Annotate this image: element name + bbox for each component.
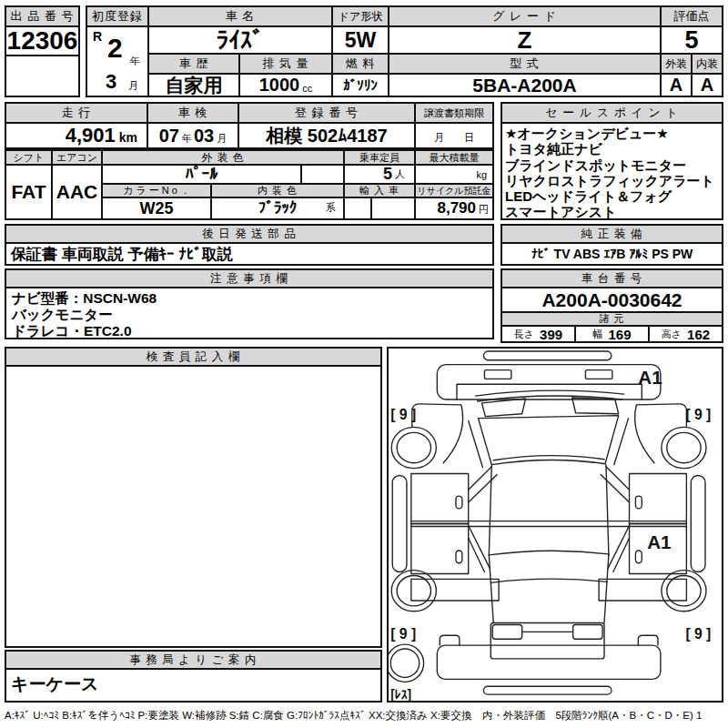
spec-height-value: 162 [687,327,710,342]
year-unit: 年 [130,55,140,68]
front-bumper [437,365,661,399]
exterior-grade-label: 外装 [665,56,687,72]
inspection-month: 03 [194,126,214,147]
door-handle-rear-left [456,551,462,563]
history-value: 自家用 [147,73,240,97]
chassis-number-text: A200A-0030642 [541,289,682,311]
car-name-value: ﾗｲｽﾞ [147,25,333,55]
inspection-month-unit: 月 [217,132,227,147]
displacement-header: 排 気 量 [238,53,333,75]
wheel-front-right-inner [667,432,701,462]
door-handle-rear-right [635,551,642,563]
cowl-line-1 [476,390,624,396]
interior-color-value: ﾌﾞﾗｯｸ 系 [210,197,345,220]
first-registration-label: 初度登録 [92,8,143,25]
rear-bumper [437,645,661,679]
grade-text: Z [518,26,532,55]
displacement-value: 1000cc [238,73,333,97]
sales-point-item: ★オークションデビュー★ [505,126,669,141]
ship-later-text: 保証書 車両取説 予備ｷｰ ﾅﾋﾞ取説 [11,244,233,265]
interior-grade-text: A [701,75,713,96]
year-value: 2 [107,33,123,64]
model-code-value: 5BA-A200A [388,73,662,97]
model-code-label: 型 式 [510,56,540,72]
inspector-notes-header: 検 査 員 記 入 欄 [5,347,382,367]
specs-label: 諸 元 [599,312,624,326]
hatch-side-right [604,554,609,623]
chassis-number-header: 車 台 番 号 [500,268,723,288]
score-value: 5 [660,25,723,55]
door-handle-front-left [456,496,462,509]
ship-later-label: 後 日 発 送 部 品 [202,227,296,242]
spec-width-value: 169 [608,327,631,342]
rear-bumper-tab-right [638,635,658,645]
history-label: 車 歴 [179,56,209,72]
inspection-header: 車 検 [147,102,239,124]
sales-points-list: ★オークションデビュー★ トヨタ純正ナビ ブラインドスポットモニター リヤクロス… [500,122,723,220]
band-front-right-1 [606,467,630,490]
aircon-value: AAC [51,164,103,220]
grade-label: グ レ ー ド [492,8,557,25]
model-code-header: 型 式 [388,53,662,75]
note-line: ナビ型番：NSCN-W68 [12,290,157,307]
exterior-grade-text: A [670,75,682,96]
mileage-label: 走 行 [62,105,92,121]
first-registration-month: 3 月 [87,70,147,96]
front-door-right [630,474,687,524]
tire-depth-rear-right: [ 9 ] [685,626,711,642]
lot-number-text: 12306 [7,26,78,56]
first-registration-year: R 2 年 [87,27,147,70]
model-code-text: 5BA-A200A [472,75,576,96]
factory-equipment-text: ﾅﾋﾞ TV ABS ｴｱB ｱﾙﾐ PS PW [531,247,693,261]
band-front-right-2 [601,474,629,501]
transfer-deadline-value: 月 日 [414,122,494,149]
sales-points-label: セ ー ル ス ポ イ ン ト [545,105,678,121]
registration-number-header: 登 録 番 号 [238,102,416,124]
side-sill-right [691,475,705,571]
office-info-text: キーケース [11,672,98,696]
band-front-left-2 [469,474,497,501]
tire-depth-rear-left: [ 9 ] [390,626,416,642]
inspection-year-unit: 年 [182,132,192,147]
note-line: バックモニター [12,307,113,323]
displacement-label: 排 気 量 [262,56,308,72]
spec-length-label: 長さ [514,328,534,341]
fuel-header: 燃 料 [331,53,389,75]
registration-number-text: 相模 502ﾑ4187 [266,124,387,148]
exterior-color-value: ﾊﾟｰﾙ [101,164,302,185]
max-load-unit: kg [476,169,487,180]
color-no-text: W25 [139,199,173,218]
quarter-panel-right [599,579,686,601]
damage-mark-door-a1: A1 [647,531,671,552]
spare-tire-inner [390,649,419,677]
recycle-deposit-unit: 円 [479,203,489,218]
sales-point-item: スマートアシスト [505,204,616,219]
import-value [343,197,416,220]
exterior-color-label: 外 装 色 [201,150,245,166]
first-registration-value: R 2 年 3 月 [86,25,149,97]
sales-point-item: ブラインドスポットモニター [505,157,686,173]
lot-number-value: 12306 [5,25,80,56]
tail-light-left [492,625,521,640]
aircon-text: AAC [56,181,98,203]
import-divider [345,198,372,218]
rear-window-bottom [490,579,607,582]
max-load-value: kg [414,164,494,185]
spare-tire-mark: [ﾚｽ] [390,688,411,701]
interior-color-label: 内 装 色 [258,184,298,197]
capacity-number: 5 [383,165,392,184]
interior-color-suffix: 系 [326,201,336,215]
door-shape-value: 5W [331,25,389,55]
tire-depth-front-left: [ 9 ] [390,407,416,422]
front-garnish-left [484,370,511,379]
capacity-value: 5人 [343,164,416,185]
grade-value: Z [388,25,662,55]
inspection-year: 07 [159,126,179,147]
era-mark: R [93,29,102,44]
shift-label: シフト [14,151,45,165]
door-shape-text: 5W [345,28,377,53]
wheel-front-left [391,427,436,468]
car-name-label: 車 名 [226,8,256,25]
factory-equipment-value: ﾅﾋﾞ TV ABS ｴｱB ｱﾙﾐ PS PW [500,242,723,266]
color-no-label: カ ラ ー N o ． [123,184,190,197]
